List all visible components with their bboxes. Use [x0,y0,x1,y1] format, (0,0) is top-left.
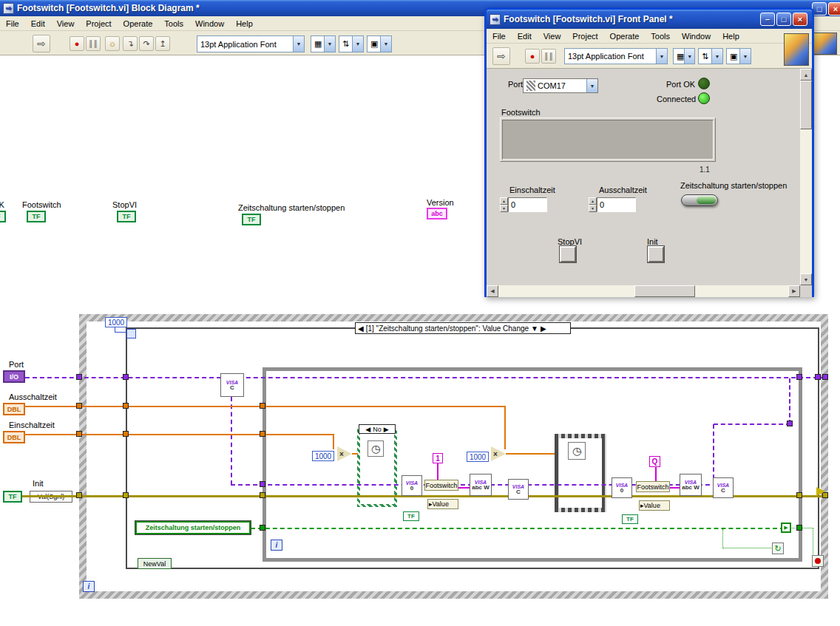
string-constant-one[interactable]: 1 [433,453,443,463]
fp-menu-tools[interactable]: Tools [645,30,676,43]
fp-reorder-dropdown[interactable]: ▣ ▼ [726,48,751,64]
chevron-down-icon[interactable]: ▼ [586,79,597,92]
highlight-execution-button[interactable]: ☼ [105,36,120,51]
pause-button[interactable]: ║║ [541,49,556,64]
ok-terminal[interactable]: TF [0,211,6,222]
event-case-selector[interactable]: ◀ [1] "Zeitschaltung starten/stoppen": V… [355,322,571,334]
close-button[interactable]: × [793,13,807,26]
fp-menu-window[interactable]: Window [676,30,717,43]
stopvi-terminal[interactable]: TF [117,211,136,222]
iteration-terminal-inner[interactable]: i [271,540,282,551]
fp-vertical-scrollbar[interactable]: ▲ ▼ [800,69,812,285]
bd-vi-icon[interactable] [812,33,837,55]
fp-horizontal-scrollbar[interactable]: ◀ ▶ [487,285,800,297]
event-dropdown-icon[interactable]: ▼ [531,324,538,333]
event-next-icon[interactable]: ▶ [541,324,546,333]
iteration-terminal-outer[interactable]: i [83,581,95,592]
bd-font-selector[interactable]: 13pt Application Font ▼ [197,35,305,52]
ausschaltzeit-value[interactable]: 0 [597,197,636,212]
fp-distribute-dropdown[interactable]: ⇅ ▼ [698,48,723,64]
bd-menu-edit[interactable]: Edit [25,17,51,30]
property-node-owner[interactable]: Footswitch [424,480,458,491]
bd-menu-view[interactable]: View [51,17,81,30]
step-into-button[interactable]: ↴ [123,36,138,51]
pause-button[interactable]: ║║ [86,36,101,51]
string-constant-q[interactable]: Q [649,456,660,467]
fp-align-dropdown[interactable]: ▦ ▼ [673,48,695,64]
property-node-owner[interactable]: Footswitch [636,481,670,492]
increment-icon[interactable]: ▲ [500,197,508,205]
einschaltzeit-terminal[interactable]: DBL [3,431,25,443]
increment-icon[interactable]: ▲ [589,197,597,205]
case-prev-icon[interactable]: ◀ [365,426,370,433]
bd-maximize-button[interactable]: □ [812,2,827,16]
while-loop-inner[interactable] [262,367,802,562]
abort-button[interactable]: ● [70,36,84,51]
scroll-left-icon[interactable]: ◀ [487,285,498,297]
stopvi-button[interactable] [560,246,576,262]
bd-menu-window[interactable]: Window [189,17,230,30]
chevron-down-icon[interactable]: ▼ [684,49,694,64]
footswitch-indicator[interactable] [500,118,716,162]
loop-condition-continue[interactable]: ↻ [772,542,784,554]
true-constant[interactable]: TF [403,511,419,521]
loop-condition-stop[interactable] [812,555,824,567]
run-button[interactable]: ⇨ [33,35,50,52]
fp-menu-operate[interactable]: Operate [604,30,646,43]
chevron-down-icon[interactable]: ▼ [711,49,722,64]
bd-close-button[interactable]: × [828,2,840,16]
event-data-node[interactable]: NewVal [138,558,172,569]
visa-close-icon[interactable]: VISA C [713,477,734,498]
wait-ms-icon[interactable]: ◷ [568,442,586,460]
chevron-down-icon[interactable]: ▼ [352,36,363,52]
fp-hscroll-thumb[interactable] [634,285,695,297]
footswitch-terminal[interactable]: TF [27,211,46,222]
scroll-up-icon[interactable]: ▲ [800,69,812,81]
chevron-down-icon[interactable]: ▼ [324,36,335,52]
event-prev-icon[interactable]: ◀ [358,324,364,333]
connected-led[interactable] [698,92,710,104]
einschaltzeit-value[interactable]: 0 [508,197,547,212]
chevron-down-icon[interactable]: ▼ [293,36,304,52]
step-over-button[interactable]: ↷ [139,36,154,51]
bd-menu-tools[interactable]: Tools [158,17,189,30]
visa-write-icon[interactable]: VISA abc W [680,474,702,496]
bd-align-dropdown[interactable]: ▦ ▼ [311,35,336,52]
zeitschaltung-switch[interactable] [681,194,718,206]
chevron-down-icon[interactable]: ▼ [656,49,667,64]
maximize-button[interactable]: □ [776,13,791,26]
fp-font-selector[interactable]: 13pt Application Font ▼ [564,48,668,64]
visa-configure-serial-icon[interactable]: VISA C [220,373,244,397]
scroll-right-icon[interactable]: ▶ [788,285,800,297]
boolean-output-terminal[interactable]: ▶ [781,523,791,533]
bd-menu-project[interactable]: Project [80,17,117,30]
run-button[interactable]: ⇨ [492,47,510,65]
bd-menu-help[interactable]: Help [230,17,259,30]
local-variable[interactable]: Zeitschaltung starten/stoppen [135,521,251,534]
chevron-down-icon[interactable]: ▼ [739,49,751,64]
front-panel-titlebar[interactable]: ⇨ Footswitch [Footswitch.vi] Front Panel… [487,10,812,29]
bd-distribute-dropdown[interactable]: ⇅ ▼ [339,35,364,52]
timeout-constant[interactable]: 1000 [105,317,127,327]
switch-knob[interactable] [697,197,716,204]
zeitschaltung-terminal[interactable]: TF [242,214,261,225]
case-selector[interactable]: ◀ No ▶ [359,424,396,434]
port-terminal[interactable]: I/O [3,370,25,383]
property-node-value[interactable]: ▸ Value [427,499,458,509]
case-next-icon[interactable]: ▶ [384,426,389,433]
fp-menu-edit[interactable]: Edit [512,30,538,43]
ms-constant-1[interactable]: 1000 [312,451,334,461]
minimize-button[interactable]: – [760,13,775,26]
ms-constant-2[interactable]: 1000 [467,452,489,462]
port-ok-led[interactable] [698,78,710,89]
visa-close-icon[interactable]: VISA C [508,479,529,500]
decrement-icon[interactable]: ▼ [500,205,508,212]
visa-open-icon[interactable]: VISA 0 [612,477,632,498]
fp-menu-view[interactable]: View [538,30,567,43]
einschaltzeit-control[interactable]: ▲ ▼ 0 [500,197,547,212]
abort-button[interactable]: ● [525,49,540,64]
chevron-down-icon[interactable]: ▼ [380,36,391,52]
step-out-button[interactable]: ↥ [155,36,170,51]
init-button[interactable] [648,246,664,262]
init-terminal[interactable]: TF [3,491,22,503]
